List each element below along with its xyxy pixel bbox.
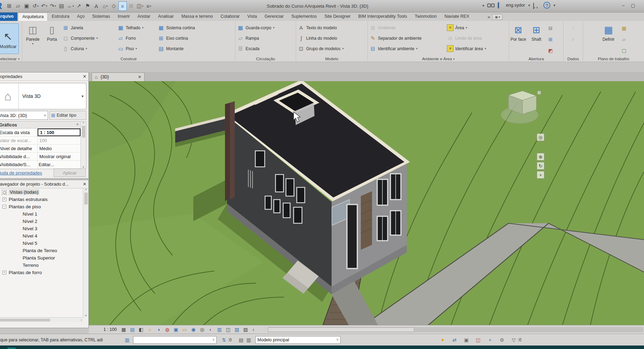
panel-label-abertura[interactable]: Abertura [509, 56, 563, 62]
signed-in-user[interactable]: eng.sydor [506, 3, 525, 8]
status-icon[interactable]: ✦ [439, 337, 447, 343]
revit-logo-icon[interactable]: R [0, 1, 5, 11]
properties-help-link[interactable]: Ajuda de propriedades [0, 170, 42, 176]
ribbon-small-button[interactable]: ⊞ [547, 35, 554, 44]
view-tab-3d[interactable]: ⌂ {3D} ✕ [92, 72, 145, 81]
view-instance-combo[interactable]: Vista 3D: {3D} ˅ [0, 111, 48, 120]
tree-toggle-icon[interactable]: − [2, 205, 6, 209]
active-document-icon[interactable]: ▥ [123, 337, 131, 343]
help-button[interactable]: ? [543, 2, 550, 9]
ribbon-tab[interactable]: BIM Interoperability Tools [355, 13, 411, 21]
view-control-icon[interactable]: ▧ [234, 326, 240, 333]
ribbon-tab[interactable]: Twinmotion [411, 13, 441, 21]
tree-item[interactable]: Nível 1 [0, 210, 83, 218]
qat-button[interactable]: ⊠ [127, 1, 135, 11]
properties-scrollbar[interactable]: ^˅ [80, 122, 86, 169]
property-row[interactable]: Visibilidade d... Mostrar original [0, 153, 80, 161]
tree-item[interactable]: Terreno [0, 262, 83, 269]
door-button[interactable]: ▯ Porta [44, 23, 60, 42]
ribbon-item[interactable]: ▦ Telhado ▾ [117, 23, 154, 32]
user-dropdown-arrow-icon[interactable]: ▾ [528, 3, 530, 8]
ribbon-tab[interactable]: Estrutura [48, 13, 73, 21]
collapse-caret-icon[interactable]: ^ [76, 123, 80, 127]
selection-filter[interactable]: ▽ :0 [510, 337, 521, 343]
property-row[interactable]: Visibilidade/S... Editar... [0, 161, 80, 169]
ribbon-small-button[interactable]: # [570, 35, 576, 44]
status-icon[interactable]: ▣ [463, 337, 470, 343]
section-graficos[interactable]: Gráficos ^ [0, 122, 80, 129]
tree-item[interactable]: + Plantas de forro [0, 269, 83, 276]
ribbon-item[interactable]: ⊟ Identificar ambiente ▾ [370, 44, 443, 53]
qat-button[interactable]: ▤ [57, 1, 66, 11]
ribbon-item[interactable]: ✕ Identificar área ▾ [447, 44, 486, 53]
ribbon-item[interactable]: ◻ Componente ▾ [62, 34, 114, 42]
tree-item[interactable]: Nível 2 [0, 218, 83, 225]
ribbon-item[interactable]: ⊡ Grupo de modelos ▾ [298, 44, 344, 53]
type-selector[interactable]: ⌂ Vista 3D ▾ [0, 83, 86, 109]
browser-vertical-scrollbar[interactable]: ^˅ [83, 188, 88, 317]
properties-header[interactable]: Propriedades ✕ [0, 72, 88, 81]
tab-overflow-icon[interactable]: » [488, 14, 490, 20]
panel-label-dados[interactable]: Dados [564, 56, 583, 62]
qat-button[interactable]: ≡ ▾ [145, 1, 153, 11]
navigation-button[interactable]: + [537, 171, 544, 179]
maximize-button[interactable]: ▢ [631, 3, 635, 8]
design-options-toggle-icon[interactable]: ▥ [245, 337, 253, 343]
search-icon[interactable] [487, 3, 495, 7]
ribbon-item[interactable]: ⊠ Ambiente [370, 23, 443, 32]
qat-button[interactable]: ↗ [75, 1, 83, 11]
ribbon-small-button[interactable]: ▢ [621, 46, 627, 55]
help-dropdown-arrow-icon[interactable]: ▾ [553, 3, 556, 8]
view-control-icon[interactable]: ◐ [208, 326, 214, 333]
qat-button[interactable]: A [92, 1, 101, 11]
ribbon-item[interactable]: ⊘ Limite de área [447, 34, 486, 42]
ribbon-item[interactable]: ▤ Montante [158, 44, 197, 53]
ribbon-small-button[interactable]: ⊟ [547, 24, 554, 33]
qat-button[interactable]: ▱ [14, 1, 22, 11]
ribbon-item[interactable]: ▭ Piso ▾ [117, 44, 154, 53]
view-control-icon[interactable]: ▤ [129, 326, 135, 333]
editing-requests-pending-icon[interactable]: ⇅ [220, 337, 228, 343]
ribbon-tab[interactable]: Site Designer [320, 13, 354, 21]
ribbon-tab[interactable]: Naviate REX [441, 13, 473, 21]
ribbon-tab[interactable]: Anotar [134, 13, 154, 21]
tree-item[interactable]: Planta Superior [0, 254, 83, 262]
tree-item[interactable]: Nível 4 [0, 232, 83, 240]
status-icon[interactable]: ⚙ [498, 337, 506, 343]
project-browser-header[interactable]: Navegador de projeto - Sobrado d... ✕ [0, 180, 88, 188]
ribbon-small-button[interactable]: ◩ [547, 46, 554, 55]
view-control-icon[interactable]: ◉ [190, 326, 196, 333]
tree-toggle-icon[interactable]: + [2, 271, 6, 274]
ribbon-collapse-button[interactable]: ▣▾ [492, 14, 503, 20]
ribbon-tab[interactable]: Arquitetura [18, 13, 48, 21]
set-workplane-button[interactable]: ▦ Definir [599, 23, 618, 42]
ribbon-tab[interactable]: Massa e terreno [178, 13, 217, 21]
qat-button[interactable]: ⚑ [84, 1, 92, 11]
property-row[interactable]: Nível de detalhe Médio [0, 145, 80, 153]
modify-button[interactable]: ↖ Modificar [0, 23, 19, 54]
view-control-icon[interactable]: ◫ [225, 326, 231, 333]
tree-item[interactable]: Nível 3 [0, 225, 83, 232]
3d-viewport[interactable]: ◎ ⊕ ↻ + [89, 81, 644, 325]
ribbon-item[interactable]: ⊞ Eixo cortina [158, 34, 197, 42]
app-store-cart-icon[interactable] [533, 3, 540, 8]
qat-button[interactable]: ◫ ▾ [136, 1, 144, 11]
chevron-down-icon[interactable]: ▾ [79, 83, 86, 109]
tree-item[interactable]: + Plantas estruturais [0, 196, 83, 203]
qat-button[interactable]: ↺ ▾ [31, 1, 40, 11]
qat-button[interactable]: ≡ [118, 1, 127, 11]
browser-horizontal-scrollbar[interactable]: ‹ › [0, 317, 83, 322]
view-control-icon[interactable]: ▣ [173, 326, 179, 333]
close-icon[interactable]: ✕ [81, 74, 88, 79]
view-control-icon[interactable]: ▦ [121, 326, 127, 333]
panel-label-selecionar[interactable]: Selecionar▾ [0, 56, 22, 62]
tree-item[interactable]: Planta de Terreo [0, 247, 83, 254]
view-control-icon[interactable]: ☼ [147, 326, 153, 333]
property-row[interactable]: Escala da vista 1 : 100 [0, 129, 80, 137]
panel-label-plano-trabalho[interactable]: Plano de trabalho [583, 56, 644, 62]
ribbon-item[interactable]: ⊞ Janela [62, 23, 114, 32]
ribbon-tab[interactable]: Gerenciar [261, 13, 288, 21]
collapse-left-icon[interactable]: ‹ [253, 327, 254, 332]
back-icon[interactable]: ◂ [482, 3, 484, 8]
ribbon-small-button[interactable]: ▦ [621, 24, 627, 33]
